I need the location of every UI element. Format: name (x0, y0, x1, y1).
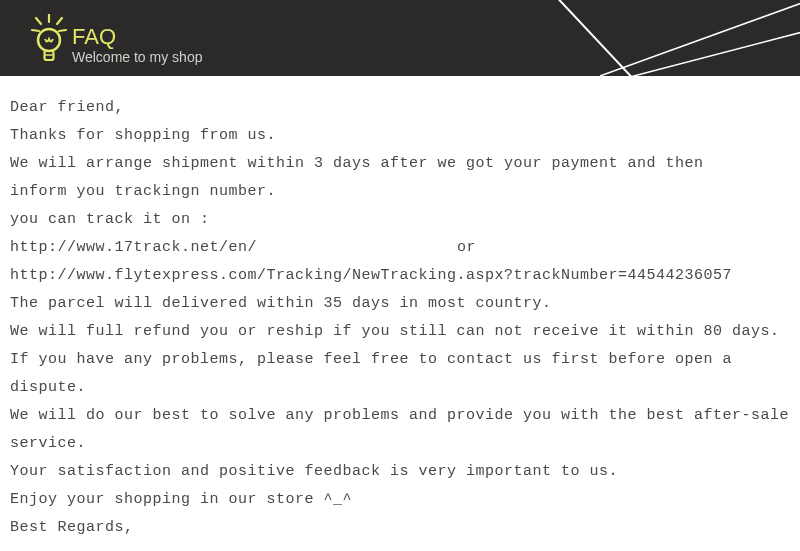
text-line: Best Regards, (10, 514, 790, 542)
svg-line-2 (57, 18, 62, 24)
text-line: Enjoy your shopping in our store ^_^ (10, 486, 790, 514)
text-line: The parcel will delivered within 35 days… (10, 290, 790, 318)
lightbulb-icon (30, 14, 68, 64)
text-line: Dear friend, (10, 94, 790, 122)
track-url-1: http://www.17track.net/en/ (10, 239, 257, 256)
header-title: FAQ (72, 24, 116, 50)
svg-line-1 (36, 18, 41, 24)
svg-line-4 (59, 30, 66, 31)
faq-content: Dear friend, Thanks for shopping from us… (0, 76, 800, 551)
header-banner: FAQ Welcome to my shop (0, 0, 800, 76)
text-line: service. (10, 430, 790, 458)
header-subtitle: Welcome to my shop (72, 49, 202, 65)
svg-line-3 (32, 30, 39, 31)
text-line: We will full refund you or reship if you… (10, 318, 790, 346)
svg-line-8 (550, 0, 640, 76)
text-line: Your satisfaction and positive feedback … (10, 458, 790, 486)
track-url-line: http://www.17track.net/en/or (10, 234, 790, 262)
text-line: We will arrange shipment within 3 days a… (10, 150, 790, 178)
svg-line-10 (580, 30, 800, 76)
text-line: Thanks for shopping from us. (10, 122, 790, 150)
svg-line-9 (600, 0, 800, 76)
text-line: inform you trackingn number. (10, 178, 790, 206)
text-line: If you have any problems, please feel fr… (10, 346, 790, 402)
text-line: We will do our best to solve any problem… (10, 402, 790, 430)
decorative-lines (400, 0, 800, 76)
or-text: or (457, 239, 476, 256)
text-line: you can track it on : (10, 206, 790, 234)
text-line: http://www.flytexpress.com/Tracking/NewT… (10, 262, 790, 290)
